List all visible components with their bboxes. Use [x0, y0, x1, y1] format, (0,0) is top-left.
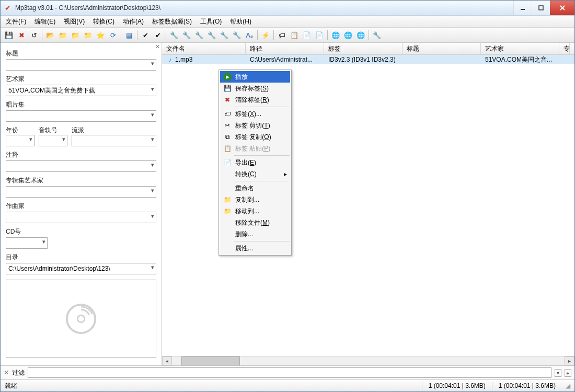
- web-source2-icon[interactable]: 🌐: [342, 29, 354, 41]
- ext-tags-icon[interactable]: 🏷: [275, 29, 288, 41]
- album-input[interactable]: [6, 110, 156, 122]
- disc-input[interactable]: [6, 237, 48, 249]
- folder-add-icon[interactable]: 📁: [56, 29, 69, 41]
- menu-sources[interactable]: 标签数据源(S): [149, 16, 195, 27]
- artist-input[interactable]: 51VOA.COM美国之音免费下载: [6, 85, 156, 96]
- filter-label: 过滤: [12, 368, 25, 377]
- export-icon[interactable]: 📄: [301, 29, 313, 41]
- comment-input[interactable]: [6, 160, 156, 172]
- web-source1-icon[interactable]: 🌐: [329, 29, 342, 41]
- action1-icon[interactable]: ✔: [139, 29, 152, 41]
- ctx-cut[interactable]: ✂标签 剪切(T): [220, 120, 290, 131]
- col-last[interactable]: 专: [559, 43, 570, 54]
- conv6-icon[interactable]: 🔧: [231, 29, 243, 41]
- ctx-convert[interactable]: 转换(C)▸: [220, 168, 290, 180]
- folder-open-icon[interactable]: 📂: [44, 29, 56, 41]
- ctx-export[interactable]: 📄导出(E): [220, 157, 290, 168]
- menu-convert[interactable]: 转换(C): [90, 16, 118, 27]
- window-title: Mp3tag v3.01 - C:\Users\Administrator\De…: [15, 4, 510, 11]
- resize-grip-icon[interactable]: ◢: [562, 382, 570, 389]
- select-all-icon[interactable]: ▤: [123, 29, 135, 41]
- folder-play-icon[interactable]: 📁: [69, 29, 82, 41]
- scroll-left-icon[interactable]: ◂: [162, 356, 172, 365]
- copy-icon: ⧉: [223, 133, 232, 141]
- conv1-icon[interactable]: 🔧: [168, 29, 180, 41]
- undo-icon[interactable]: ↺: [28, 29, 40, 41]
- playlist-icon[interactable]: 📋: [288, 29, 301, 41]
- number-icon[interactable]: Aₐ: [243, 29, 256, 41]
- statusbar: 就绪 1 (00:04:01 | 3.6MB) 1 (00:04:01 | 3.…: [1, 379, 574, 391]
- ctx-play[interactable]: ▶播放: [220, 71, 290, 83]
- col-file[interactable]: 文件名: [162, 43, 246, 54]
- script-icon[interactable]: ⚡: [259, 29, 272, 41]
- tags-icon: 🏷: [223, 110, 232, 118]
- col-artist[interactable]: 艺术家: [481, 43, 559, 54]
- menu-help[interactable]: 帮助(H): [227, 16, 255, 27]
- year-input[interactable]: [6, 135, 34, 146]
- ctx-rename[interactable]: 重命名: [220, 182, 290, 194]
- composer-input[interactable]: [6, 212, 156, 223]
- menu-view[interactable]: 视图(V): [61, 16, 88, 27]
- import-icon[interactable]: 📄: [313, 29, 326, 41]
- action2-icon[interactable]: ✔: [152, 29, 164, 41]
- app-icon: ✔: [4, 4, 12, 12]
- cover-art[interactable]: [6, 280, 156, 358]
- filter-dropdown-icon[interactable]: ▾: [555, 369, 561, 377]
- ctx-delete[interactable]: 删除...: [220, 228, 290, 240]
- svg-point-4: [67, 305, 95, 333]
- col-title[interactable]: 标题: [402, 43, 481, 54]
- albumartist-label: 专辑集艺术家: [6, 176, 156, 185]
- folder-icon: 📁: [223, 195, 232, 204]
- ctx-copy[interactable]: ⧉标签 复制(O): [220, 131, 290, 143]
- cell-tag: ID3v2.3 (ID3v1 ID3v2.3): [324, 56, 402, 63]
- ctx-clear[interactable]: ✖清除标签(R): [220, 94, 290, 106]
- submenu-arrow-icon: ▸: [284, 170, 287, 178]
- delete-icon[interactable]: ✖: [15, 29, 28, 41]
- toolbar: 💾 ✖ ↺ 📂 📁 📁 📁 ⭐ ⟳ ▤ ✔ ✔ 🔧 🔧 🔧 🔧 🔧 🔧 Aₐ ⚡…: [1, 28, 574, 43]
- save-icon: 💾: [223, 84, 232, 93]
- web-source3-icon[interactable]: 🌐: [354, 29, 367, 41]
- ctx-tags[interactable]: 🏷标签(X)...: [220, 108, 290, 120]
- menu-tools[interactable]: 工具(O): [197, 16, 225, 27]
- conv4-icon[interactable]: 🔧: [205, 29, 218, 41]
- track-input[interactable]: [39, 135, 67, 146]
- file-row[interactable]: ♪1.mp3 C:\Users\Administrat... ID3v2.3 (…: [162, 55, 574, 64]
- menu-edit[interactable]: 编辑(E): [31, 16, 59, 27]
- col-path[interactable]: 路径: [246, 43, 324, 54]
- conv3-icon[interactable]: 🔧: [193, 29, 205, 41]
- albumartist-input[interactable]: [6, 186, 156, 198]
- cell-file: 1.mp3: [175, 56, 192, 63]
- maximize-button[interactable]: [532, 1, 550, 15]
- minimize-button[interactable]: [513, 1, 532, 15]
- col-tag[interactable]: 标签: [324, 43, 402, 54]
- cell-path: C:\Users\Administrat...: [246, 56, 324, 63]
- scroll-thumb[interactable]: [181, 356, 240, 365]
- comment-label: 注释: [6, 151, 156, 159]
- refresh-icon[interactable]: ⟳: [107, 29, 119, 41]
- ctx-copyto[interactable]: 📁复制到...: [220, 194, 290, 205]
- settings-icon[interactable]: 🔧: [371, 29, 383, 41]
- ctx-props[interactable]: 属性...: [220, 243, 290, 254]
- filter-input[interactable]: [28, 367, 551, 378]
- tag-panel: ✕ 标题 艺术家 51VOA.COM美国之音免费下载 唱片集 年份 音轨号: [1, 43, 162, 365]
- folder-up-icon[interactable]: 📁: [82, 29, 94, 41]
- ctx-removefile[interactable]: 移除文件(M): [220, 217, 290, 228]
- h-scrollbar[interactable]: ◂ ▸: [162, 356, 574, 365]
- menu-file[interactable]: 文件(F): [3, 16, 29, 27]
- dir-input[interactable]: C:\Users\Administrator\Desktop\123\: [6, 263, 156, 274]
- ctx-moveto[interactable]: 📁移动到...: [220, 205, 290, 217]
- filter-close-icon[interactable]: ✕: [4, 369, 9, 376]
- filter-next-icon[interactable]: ▸: [565, 369, 571, 377]
- panel-close-icon[interactable]: ✕: [155, 43, 160, 50]
- conv2-icon[interactable]: 🔧: [180, 29, 193, 41]
- ctx-save[interactable]: 💾保存标签(S): [220, 83, 290, 94]
- title-input[interactable]: [6, 59, 156, 71]
- menu-actions[interactable]: 动作(A): [120, 16, 147, 27]
- conv5-icon[interactable]: 🔧: [218, 29, 231, 41]
- play-icon: ▶: [223, 73, 232, 81]
- save-icon[interactable]: 💾: [3, 29, 15, 41]
- genre-input[interactable]: [72, 135, 156, 146]
- favorite-icon[interactable]: ⭐: [94, 29, 107, 41]
- scroll-right-icon[interactable]: ▸: [565, 356, 574, 365]
- close-button[interactable]: [550, 1, 574, 15]
